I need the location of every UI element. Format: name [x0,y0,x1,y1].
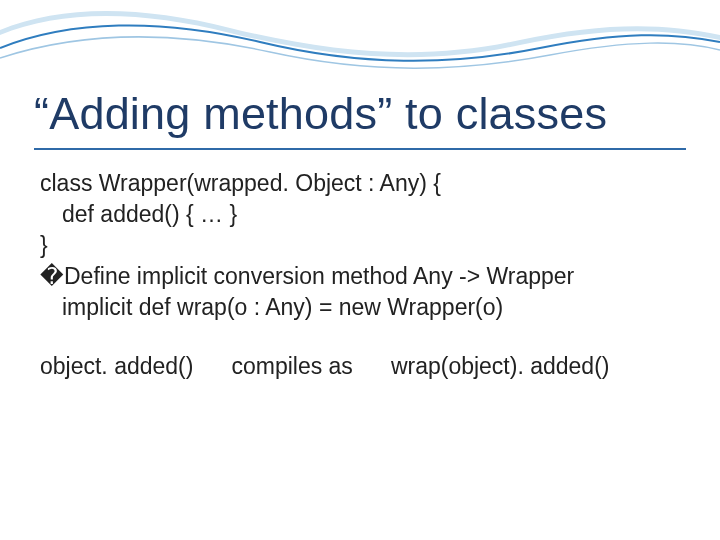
title-underline [34,148,686,150]
example-left: object. added() [40,351,193,382]
slide-body: class Wrapper(wrapped. Object : Any) { d… [40,168,680,382]
decorative-wave [0,0,720,90]
code-line-2: def added() { … } [40,199,680,230]
example-right: wrap(object). added() [391,351,610,382]
example-mid: compiles as [231,351,352,382]
code-line-4: �Define implicit conversion method Any -… [40,261,680,292]
code-line-5: implicit def wrap(o : Any) = new Wrapper… [40,292,680,323]
example-row: object. added() compiles as wrap(object)… [40,351,680,382]
code-line-1: class Wrapper(wrapped. Object : Any) { [40,168,680,199]
slide: “Adding methods” to classes class Wrappe… [0,0,720,540]
code-line-3: } [40,230,680,261]
slide-title: “Adding methods” to classes [34,88,607,140]
